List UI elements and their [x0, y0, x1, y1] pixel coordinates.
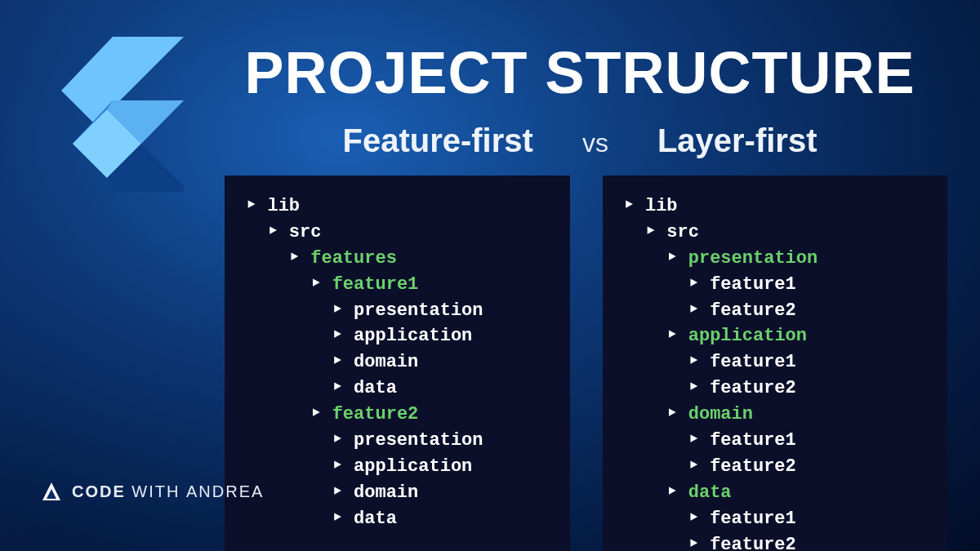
- tree-line: ‣ lib: [624, 193, 927, 220]
- tree-line: ‣ domain: [624, 402, 927, 428]
- tree-line: ‣ feature2: [624, 298, 927, 324]
- brand-code: CODE: [72, 482, 126, 500]
- brand-a-icon: [41, 481, 62, 502]
- flutter-logo-icon: [61, 37, 184, 192]
- subtitle-left: Feature-first: [342, 122, 532, 159]
- panel-layer-first: ‣ lib ‣ src ‣ presentation ‣ feature1 ‣ …: [603, 176, 948, 551]
- tree-line: ‣ presentation: [246, 298, 549, 324]
- tree-line: ‣ application: [246, 323, 549, 349]
- tree-line: ‣ feature1: [246, 272, 549, 298]
- subtitle-right: Layer-first: [657, 122, 817, 159]
- tree-line: ‣ lib: [246, 193, 549, 220]
- tree-line: ‣ src: [624, 220, 927, 246]
- tree-line: ‣ feature1: [624, 428, 927, 454]
- subtitle-row: Feature-first vs Layer-first: [212, 122, 947, 159]
- tree-line: ‣ feature2: [624, 375, 927, 402]
- tree-line: ‣ feature2: [624, 532, 927, 551]
- tree-layer-first: ‣ lib ‣ src ‣ presentation ‣ feature1 ‣ …: [624, 193, 927, 551]
- tree-line: ‣ feature2: [624, 454, 927, 480]
- tree-line: ‣ domain: [246, 480, 549, 506]
- panel-feature-first: ‣ lib ‣ src ‣ features ‣ feature1 ‣ pres…: [225, 176, 570, 551]
- panels-row: ‣ lib ‣ src ‣ features ‣ feature1 ‣ pres…: [225, 176, 947, 551]
- tree-line: ‣ data: [246, 506, 549, 532]
- tree-line: ‣ data: [624, 480, 927, 506]
- page-title: PROJECT STRUCTURE: [212, 39, 947, 106]
- subtitle-vs: vs: [582, 128, 608, 158]
- tree-line: ‣ application: [624, 323, 927, 349]
- tree-line: ‣ application: [246, 454, 549, 480]
- tree-feature-first: ‣ lib ‣ src ‣ features ‣ feature1 ‣ pres…: [246, 193, 549, 532]
- tree-line: ‣ features: [246, 246, 549, 272]
- tree-line: ‣ presentation: [624, 246, 927, 272]
- tree-line: ‣ data: [246, 375, 549, 402]
- tree-line: ‣ src: [246, 220, 549, 246]
- tree-line: ‣ presentation: [246, 428, 549, 454]
- tree-line: ‣ feature1: [624, 349, 927, 375]
- tree-line: ‣ feature2: [246, 402, 549, 428]
- tree-line: ‣ feature1: [624, 272, 927, 298]
- brand-andrea: ANDREA: [186, 482, 264, 500]
- brand-with: WITH: [131, 482, 180, 500]
- tree-line: ‣ domain: [246, 349, 549, 375]
- tree-line: ‣ feature1: [624, 506, 927, 532]
- branding: CODE WITH ANDREA: [41, 481, 264, 502]
